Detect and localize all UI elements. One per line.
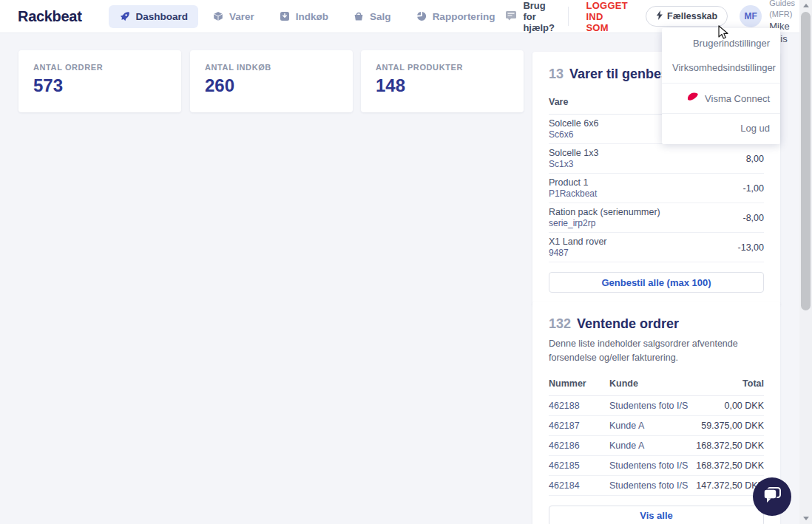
menu-item-logout[interactable]: Log ud [662,114,780,141]
vertical-scrollbar[interactable] [799,0,812,524]
menu-item-label: Visma Connect [705,93,770,104]
community-button[interactable]: Fællesskab [646,6,728,27]
tab-label: Salg [370,11,391,22]
product-sku: 9487 [549,248,607,258]
order-customer: Kunde A [609,421,701,431]
product-name: Product 1 [549,177,597,188]
chat-square-icon [505,10,517,23]
chat-bubbles-icon [762,486,782,508]
tab-label: Varer [229,11,254,22]
product-name: Solcelle 6x6 [549,118,598,129]
menu-item-user-settings[interactable]: Brugerindstillinger [662,31,780,55]
lightning-bolt-icon [656,10,663,22]
menu-item-company-settings[interactable]: Virksomhedsindstillinger [662,55,780,80]
order-customer: Studentens foto I/S [609,401,724,411]
product-name: Ration pack (serienummer) [549,207,660,217]
column-header-vare: Vare [549,97,568,107]
stat-label: ANTAL INDKØB [205,63,338,72]
tab-salg[interactable]: Salg [343,5,402,28]
stat-card-orders: ANTAL ORDRER 573 [18,50,181,112]
pending-panel-title: 132 Ventende ordrer [549,316,764,332]
order-total: 168.372,50 DKK [696,440,764,451]
reorder-count: 13 [549,67,564,82]
tab-label: Indkøb [296,11,328,22]
product-name: Solcelle 1x3 [549,148,598,158]
panel-title-text: Ventende ordrer [577,316,679,332]
stat-value: 260 [205,75,338,96]
order-number[interactable]: 462186 [549,440,609,451]
product-sku: serie_irp2rp [549,218,660,228]
reorder-row[interactable]: Solcelle 1x3 Sc1x3 8,00 [549,144,764,174]
order-total: 59.375,00 DKK [701,421,764,431]
order-customer: Kunde A [609,440,696,451]
menu-item-visma-connect[interactable]: Visma Connect [662,83,780,114]
product-qty: -1,00 [743,183,765,194]
pending-panel-description: Denne liste indeholder salgsordrer afven… [549,337,764,365]
column-header-total: Total [742,378,764,389]
tab-label: Rapportering [433,11,495,22]
reorder-row[interactable]: Product 1 P1Rackbeat -1,00 [549,174,764,203]
tab-indkob[interactable]: Indkøb [269,5,339,28]
stat-value: 573 [33,75,166,96]
user-dropdown-menu: Brugerindstillinger Virksomhedsindstilli… [662,28,780,144]
logged-in-as-badge: LOGGET IND SOM [586,0,628,33]
reorder-all-button[interactable]: Genbestil alle (max 100) [549,272,764,293]
product-qty: 8,00 [746,154,764,164]
pending-count: 132 [549,316,571,332]
cube-icon [213,11,223,21]
basket-icon [353,11,364,21]
stat-label: ANTAL ORDRER [33,63,166,72]
download-box-icon [280,11,290,21]
order-row[interactable]: 462185 Studentens foto I/S 168.372,50 DK… [549,456,764,476]
pie-chart-icon [416,11,427,21]
tab-dashboard[interactable]: Dashboard [109,5,199,28]
product-qty: -13,00 [738,242,764,253]
help-button[interactable]: Brug for hjælp? [505,0,555,33]
reorder-row[interactable]: Ration pack (serienummer) serie_irp2rp -… [549,203,764,233]
stat-value: 148 [376,75,509,96]
rocket-icon [119,11,130,22]
orders-table-header: Nummer Kunde Total [549,372,764,396]
help-label: Brug for hjælp? [523,0,555,33]
product-sku: Sc6x6 [549,129,598,140]
product-sku: P1Rackbeat [549,188,597,199]
pending-orders-panel: 132 Ventende ordrer Denne liste indehold… [532,302,780,524]
stat-label: ANTAL PRODUKTER [376,63,509,72]
product-sku: Sc1x3 [549,159,598,169]
scroll-up-arrow[interactable] [799,0,812,11]
reorder-row[interactable]: X1 Land rover 9487 -13,00 [549,233,764,262]
order-number[interactable]: 462184 [549,480,609,491]
chat-launcher-button[interactable] [753,477,791,516]
product-qty: -8,00 [743,213,765,223]
column-header-customer: Kunde [609,378,742,389]
product-name: X1 Land rover [549,237,607,247]
tab-varer[interactable]: Varer [203,5,265,28]
user-avatar[interactable]: MF [740,5,762,27]
rackbeat-logo[interactable]: Rackbeat [18,8,82,25]
tab-rapportering[interactable]: Rapportering [406,5,506,28]
stat-card-purchases: ANTAL INDKØB 260 [190,50,353,112]
visma-logo-icon [687,92,699,104]
order-row[interactable]: 462187 Kunde A 59.375,00 DKK [549,416,764,436]
show-all-button[interactable]: Vis alle [549,506,764,524]
order-number[interactable]: 462187 [549,421,609,431]
order-number[interactable]: 462185 [549,460,609,471]
stat-card-products: ANTAL PRODUKTER 148 [361,50,524,112]
order-customer: Studentens foto I/S [609,480,696,491]
order-row[interactable]: 462188 Studentens foto I/S 0,00 DKK [549,396,764,416]
main-nav-tabs: Dashboard Varer Indkøb Salg Rapportering [109,5,506,28]
order-number[interactable]: 462188 [549,401,609,411]
order-row[interactable]: 462184 Studentens foto I/S 147.372,50 DK… [549,476,764,496]
order-total: 0,00 DKK [724,401,764,411]
scrollbar-thumb[interactable] [801,12,811,310]
scroll-down-arrow[interactable] [799,513,812,524]
column-header-number: Nummer [549,378,609,389]
community-label: Fællesskab [667,11,717,21]
order-row[interactable]: 462186 Kunde A 168.372,50 DKK [549,436,764,456]
order-customer: Studentens foto I/S [609,460,696,471]
order-total: 168.372,50 DKK [696,460,764,471]
tab-label: Dashboard [136,11,189,22]
